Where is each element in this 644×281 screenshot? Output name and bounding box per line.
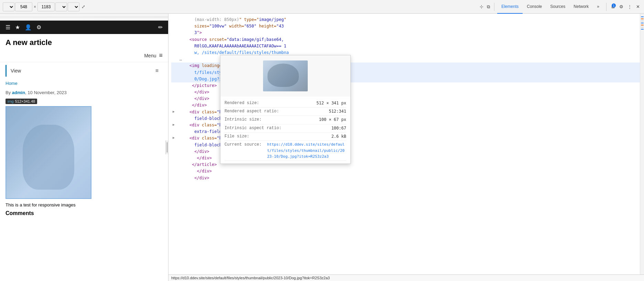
menu-label: Menu bbox=[144, 53, 156, 58]
more-options-button[interactable]: ⋮ bbox=[626, 3, 633, 11]
gear-icon[interactable]: ⚙ bbox=[36, 24, 41, 31]
tab-network[interactable]: Network bbox=[569, 0, 593, 14]
code-line-div-6: </div> bbox=[171, 168, 640, 175]
popup-current-source-link[interactable]: https://d10.ddev.site/sites/default/file… bbox=[267, 142, 346, 160]
tab-sources[interactable]: Sources bbox=[546, 0, 569, 14]
img-dimensions-label: 512×341.48 bbox=[15, 99, 35, 103]
zoom-select[interactable]: 100% bbox=[55, 2, 67, 11]
throttle-select[interactable]: No throttling bbox=[68, 2, 79, 11]
popup-file-size-value: 2.6 kB bbox=[331, 133, 346, 140]
settings-button[interactable]: ⚙ bbox=[618, 3, 625, 11]
tab-more[interactable]: » bbox=[593, 0, 603, 14]
url-tooltip: https://d10.ddev.site/sites/default/file… bbox=[168, 274, 644, 281]
rotate-button[interactable]: ⤢ bbox=[80, 3, 87, 11]
width-input[interactable] bbox=[15, 2, 32, 11]
hamburger-icon[interactable]: ☰ bbox=[6, 24, 10, 31]
code-panel[interactable]: Rendered size: 512 × 341 px Rendered asp… bbox=[168, 14, 640, 281]
popup-intrinsic-size-row: Intrinsic size: 100 × 67 px bbox=[225, 116, 346, 124]
right-sidebar bbox=[640, 14, 644, 281]
devtools-toolbar: Dimensions: Responsive × 100% No throttl… bbox=[0, 0, 644, 14]
popup-file-size-row: File size: 2.6 kB bbox=[225, 133, 346, 141]
image-highlight-overlay bbox=[6, 106, 91, 199]
sidebar-mark-3 bbox=[641, 21, 644, 21]
height-input[interactable] bbox=[37, 2, 55, 11]
devtools-main: Rendered size: 512 × 341 px Rendered asp… bbox=[168, 14, 644, 281]
view-bar: View ≡ bbox=[6, 65, 163, 77]
breadcrumb: Home bbox=[0, 79, 168, 89]
popup-current-source-label: Current source: bbox=[225, 142, 262, 160]
page-content[interactable]: ☰ ★ 👤 ⚙ ✏ A new article Menu ≡ View ≡ bbox=[0, 21, 168, 281]
toolbar-sep-2 bbox=[606, 3, 607, 11]
image-tooltip: img 512×341.48 bbox=[6, 99, 37, 104]
image-preview-popup: Rendered size: 512 × 341 px Rendered asp… bbox=[220, 55, 351, 164]
code-line-3: 3"> bbox=[171, 30, 640, 36]
sidebar-mark-7 bbox=[641, 29, 644, 30]
panel-drag-handle[interactable] bbox=[165, 140, 168, 154]
device-mode-select[interactable]: Dimensions: Responsive bbox=[3, 2, 14, 11]
article-caption: This is a test for responsive images bbox=[0, 200, 168, 210]
device-toggle-button[interactable]: ⧉ bbox=[485, 3, 491, 11]
code-line-1: (max-width: 850px)" type="image/jpeg" bbox=[171, 16, 640, 23]
devtools-tabs: Elements Console Sources Network » bbox=[497, 0, 603, 14]
view-menu-icon[interactable]: ≡ bbox=[155, 68, 159, 74]
notification-button[interactable]: 🖥 1 bbox=[609, 3, 616, 11]
article-image[interactable] bbox=[6, 106, 91, 199]
popup-intrinsic-aspect-label: Intrinsic aspect ratio: bbox=[225, 125, 282, 132]
code-line-2: sizes="100vw" width="650" height="43 bbox=[171, 23, 640, 30]
code-line-4: <source srcset="data:image/gif;base64, bbox=[171, 36, 640, 43]
popup-rendered-size-row: Rendered size: 512 × 341 px bbox=[225, 99, 346, 108]
inspect-button[interactable]: ⊹ bbox=[478, 3, 485, 11]
tab-elements[interactable]: Elements bbox=[497, 0, 523, 14]
popup-rendered-size-label: Rendered size: bbox=[225, 100, 259, 106]
ruler-line bbox=[0, 17, 168, 17]
img-tag-label: img bbox=[8, 99, 14, 103]
star-icon[interactable]: ★ bbox=[15, 24, 20, 31]
notification-badge: 1 bbox=[612, 3, 616, 8]
popup-rendered-aspect-label: Rendered aspect ratio: bbox=[225, 108, 279, 115]
popup-rendered-aspect-value: 512:341 bbox=[329, 108, 346, 115]
sidebar-mark-4 bbox=[641, 23, 644, 23]
popup-intrinsic-size-label: Intrinsic size: bbox=[225, 116, 262, 123]
popup-current-source-row: Current source: https://d10.ddev.site/si… bbox=[225, 141, 346, 161]
popup-info: Rendered size: 512 × 341 px Rendered asp… bbox=[220, 97, 350, 164]
popup-intrinsic-aspect-value: 100:67 bbox=[331, 125, 346, 132]
sidebar-mark-6 bbox=[641, 27, 644, 27]
menu-icon[interactable]: ≡ bbox=[159, 52, 163, 59]
popup-dog-thumbnail bbox=[263, 60, 308, 91]
popup-intrinsic-size-value: 100 × 67 px bbox=[319, 116, 346, 123]
popup-rendered-size-value: 512 × 341 px bbox=[316, 100, 346, 106]
view-label: View bbox=[11, 68, 21, 74]
toolbar-sep-1 bbox=[494, 3, 494, 11]
by-prefix: By bbox=[6, 90, 12, 95]
popup-intrinsic-aspect-row: Intrinsic aspect ratio: 100:67 bbox=[225, 124, 346, 133]
popup-rendered-aspect-row: Rendered aspect ratio: 512:341 bbox=[225, 108, 346, 116]
author-link[interactable]: admin bbox=[12, 90, 25, 95]
site-header: ☰ ★ 👤 ⚙ ✏ bbox=[0, 21, 168, 34]
article-title: A new article bbox=[0, 34, 168, 49]
close-devtools-button[interactable]: ✕ bbox=[635, 3, 641, 11]
ruler-top bbox=[0, 14, 168, 21]
article-meta: By admin, 10 November, 2023 bbox=[0, 89, 168, 98]
sidebar-mark-1 bbox=[641, 16, 644, 17]
main-area: ☰ ★ 👤 ⚙ ✏ A new article Menu ≡ View ≡ bbox=[0, 14, 644, 281]
sidebar-mark-5 bbox=[641, 25, 644, 25]
browser-panel: ☰ ★ 👤 ⚙ ✏ A new article Menu ≡ View ≡ bbox=[0, 14, 168, 281]
device-toolbar-group: Dimensions: Responsive × 100% No throttl… bbox=[3, 2, 87, 11]
devtools-panel: Rendered size: 512 × 341 px Rendered asp… bbox=[168, 14, 644, 281]
drag-handle-line bbox=[167, 142, 167, 153]
code-line-5: R0lGO…KAAFALAAAAAbAAEAAAAICTAFAOw== 1 bbox=[171, 43, 640, 49]
code-line-div-7: </div> bbox=[171, 175, 640, 181]
site-header-icons: ☰ ★ 👤 ⚙ bbox=[6, 24, 41, 31]
popup-image-area bbox=[220, 55, 350, 97]
nav-bar: Menu ≡ bbox=[0, 49, 168, 62]
edit-icon[interactable]: ✏ bbox=[158, 24, 163, 31]
home-link[interactable]: Home bbox=[6, 81, 18, 86]
sidebar-mark-2 bbox=[641, 19, 644, 19]
tab-console[interactable]: Console bbox=[523, 0, 546, 14]
comments-heading: Comments bbox=[0, 210, 168, 217]
popup-file-size-label: File size: bbox=[225, 133, 249, 140]
user-icon[interactable]: 👤 bbox=[25, 24, 32, 31]
devtools-icons-group: ⊹ ⧉ bbox=[478, 3, 491, 11]
dimension-separator: × bbox=[34, 4, 36, 9]
